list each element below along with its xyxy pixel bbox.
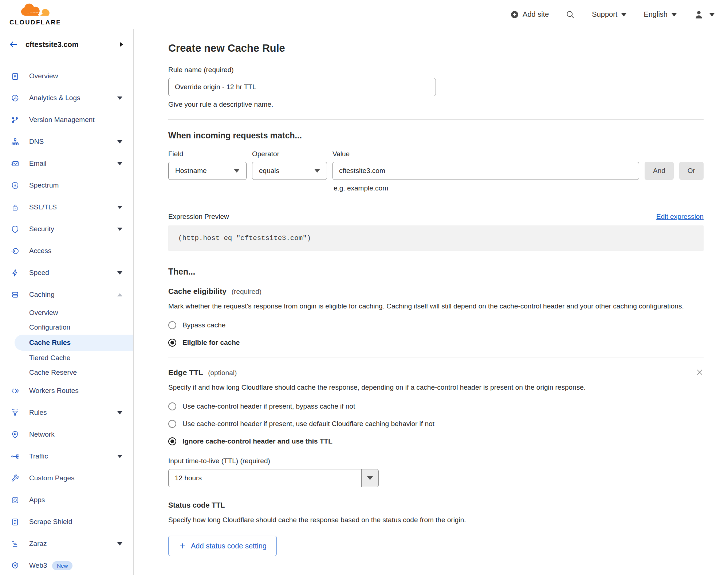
chevron-down-icon [709,13,715,16]
sidebar-item-web3[interactable]: Web3 New [0,555,133,575]
speed-icon [10,269,20,277]
value-column: Value [332,150,639,180]
cache-eligibility-heading: Cache eligibility (required) [168,287,704,296]
expression-row: Expression Preview Edit expression [168,213,704,221]
radio-selected-icon[interactable] [168,437,176,445]
cloudflare-logo[interactable]: CLOUDFLARE [7,3,64,26]
page-title: Create new Cache Rule [168,42,704,54]
divider [168,119,704,120]
close-icon[interactable] [696,368,704,376]
email-icon [10,159,20,168]
radio-eligible-for-cache[interactable]: Eligible for cache [168,339,704,347]
chevron-down-icon [117,228,122,231]
radio-unselected-icon[interactable] [168,420,176,428]
rule-name-input[interactable] [168,78,436,96]
field-label: Field [168,150,247,158]
sidebar-item-access[interactable]: Access [0,240,133,262]
chevron-down-icon [117,411,122,414]
dropdown-arrow-button[interactable] [361,469,378,487]
sidebar-item-apps[interactable]: Apps [0,489,133,511]
site-selector[interactable]: cftestsite3.com [0,29,133,60]
sidebar: cftestsite3.com Overview Analytics & [0,29,134,575]
sidebar-item-zaraz[interactable]: Zaraz [0,533,133,555]
search-button[interactable] [566,10,575,19]
sidebar-item-custom-pages[interactable]: Custom Pages [0,467,133,489]
chevron-down-icon [314,169,320,173]
security-icon [10,225,20,233]
workers-routes-icon [10,387,20,395]
add-site-plus-icon [510,10,519,19]
sidebar-item-scrape-shield[interactable]: Scrape Shield [0,511,133,533]
cache-eligibility-description: Mark whether the request's response from… [168,300,704,312]
caching-icon [10,291,20,299]
sidebar-item-email[interactable]: Email [0,153,133,174]
top-nav: Add site Support English [510,9,715,20]
plus-icon [178,542,186,550]
chevron-down-icon [621,13,627,16]
sidebar-item-security[interactable]: Security [0,218,133,240]
expression-preview-label: Expression Preview [168,213,229,221]
or-button[interactable]: Or [679,162,704,180]
sidebar-item-dns[interactable]: DNS [0,131,133,153]
radio-default-behavior-if-no-header[interactable]: Use cache-control header if present, use… [168,420,704,428]
sidebar-item-spectrum[interactable]: Spectrum [0,174,133,196]
spectrum-icon [10,181,20,190]
sidebar-nav: Overview Analytics & Logs [0,60,133,575]
sidebar-item-traffic[interactable]: Traffic [0,445,133,467]
zaraz-icon [10,540,20,548]
add-site-button[interactable]: Add site [510,10,549,19]
sidebar-subitem-caching-overview[interactable]: Overview [0,306,133,320]
account-menu[interactable] [694,9,715,20]
sidebar-item-workers-routes[interactable]: Workers Routes [0,380,133,402]
chevron-down-icon [117,206,122,209]
edge-ttl-header: Edge TTL (optional) [168,358,704,377]
then-heading: Then... [168,267,704,277]
required-tag: (required) [232,288,261,295]
match-row: Field Hostname Operator equals Value And… [168,150,704,180]
sidebar-item-caching[interactable]: Caching [0,284,133,306]
sidebar-item-analytics-logs[interactable]: Analytics & Logs [0,87,133,109]
language-menu[interactable]: English [644,10,677,19]
add-status-code-button[interactable]: Add status code setting [168,536,277,556]
and-button[interactable]: And [645,162,674,180]
sidebar-item-speed[interactable]: Speed [0,262,133,284]
value-help: e.g. example.com [334,184,704,192]
ttl-select[interactable]: 12 hours [168,469,379,487]
radio-bypass-if-no-header[interactable]: Use cache-control header if present, byp… [168,402,704,410]
sidebar-item-version-management[interactable]: Version Management [0,109,133,131]
operator-label: Operator [252,150,327,158]
value-input[interactable] [332,162,639,180]
user-icon [694,9,704,20]
sidebar-subitem-tiered-cache[interactable]: Tiered Cache [0,351,133,365]
sidebar-item-network[interactable]: Network [0,424,133,445]
sidebar-item-rules[interactable]: Rules [0,402,133,424]
sidebar-item-ssl-tls[interactable]: SSL/TLS [0,196,133,218]
field-column: Field Hostname [168,150,247,180]
sidebar-item-overview[interactable]: Overview [0,65,133,87]
support-menu[interactable]: Support [592,10,627,19]
chevron-right-icon[interactable] [120,42,123,47]
analytics-icon [10,94,20,102]
sidebar-subitem-configuration[interactable]: Configuration [0,320,133,335]
chevron-down-icon [117,97,122,100]
status-code-ttl-heading: Status code TTL [168,501,704,509]
edit-expression-link[interactable]: Edit expression [656,213,704,221]
ssl-tls-icon [10,203,20,212]
field-select[interactable]: Hostname [168,162,247,180]
back-arrow-icon[interactable] [9,40,18,49]
radio-ignore-header-use-ttl[interactable]: Ignore cache-control header and use this… [168,437,704,445]
edge-ttl-heading: Edge TTL (optional) [168,368,237,377]
operator-select[interactable]: equals [252,162,327,180]
sidebar-subitem-cache-reserve[interactable]: Cache Reserve [0,365,133,380]
radio-bypass-cache[interactable]: Bypass cache [168,321,704,329]
network-icon [10,430,20,439]
radio-unselected-icon[interactable] [168,402,176,410]
radio-selected-icon[interactable] [168,339,176,347]
chevron-down-icon [671,13,677,16]
radio-unselected-icon[interactable] [168,321,176,329]
chevron-down-icon [367,476,373,480]
sidebar-subitem-cache-rules[interactable]: Cache Rules [15,335,133,351]
chevron-down-icon [234,169,240,173]
dns-icon [10,138,20,146]
cloudflare-wordmark: CLOUDFLARE [9,19,61,26]
